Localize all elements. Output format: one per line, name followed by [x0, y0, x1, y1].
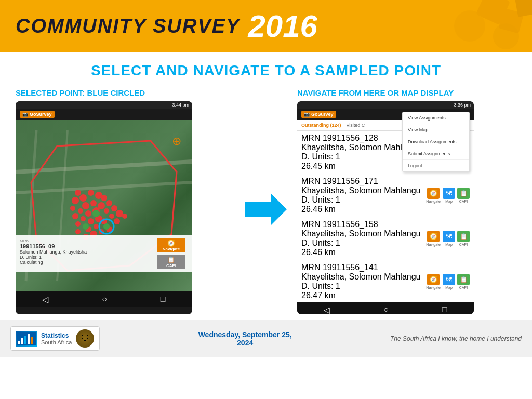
- svg-rect-53: [24, 336, 26, 344]
- home-icon-right[interactable]: ○: [383, 305, 389, 314]
- recent-icon-right[interactable]: □: [442, 305, 447, 314]
- gosurvey-logo-right: 📷 GoSurvey: [301, 111, 336, 118]
- navigate-icon-3: 🧭: [427, 274, 440, 285]
- units-2: D. Units: 1: [301, 238, 426, 248]
- action-capi-3[interactable]: 📋 CAPI: [457, 274, 470, 289]
- right-col-label: NAVIGATE FROM HERE OR MAP DISPLAY: [297, 88, 516, 97]
- left-nav-bar: ◁ ○ □: [16, 291, 192, 307]
- list-item-2: MRN 19911556_158 Khayelitsha, Solomon Ma…: [297, 217, 474, 260]
- svg-point-46: [83, 223, 89, 230]
- mrn-value-left: 19911556_09: [20, 243, 87, 249]
- action-map-2[interactable]: 🗺 Map: [443, 231, 455, 246]
- left-status-bar: 3:44 pm: [16, 101, 192, 109]
- stats-sa-logo: [16, 331, 37, 347]
- svg-point-40: [72, 213, 78, 219]
- svg-point-15: [82, 202, 89, 209]
- navigate-button-left[interactable]: 🧭 Navigate: [157, 238, 185, 252]
- units-1: D. Units: 1: [301, 195, 426, 205]
- mrn-label-2: MRN: [301, 220, 320, 229]
- navigate-action-label-3: Navigate: [426, 286, 441, 289]
- svg-point-31: [75, 221, 81, 227]
- map-icon-2: 🗺: [443, 231, 455, 242]
- svg-text:⊕: ⊕: [172, 135, 181, 148]
- header: COMMUNITY SURVEY 2016: [0, 0, 532, 52]
- svg-point-19: [78, 208, 83, 214]
- svg-point-39: [75, 229, 81, 234]
- home-icon[interactable]: ○: [102, 295, 107, 304]
- svg-point-34: [122, 214, 127, 219]
- menu-view-assignments[interactable]: View Assignments: [403, 112, 469, 124]
- recent-icon[interactable]: □: [161, 295, 166, 304]
- logo-graphic: [16, 331, 37, 347]
- action-navigate-1[interactable]: 🧭 Navigate: [426, 188, 441, 203]
- menu-view-map[interactable]: View Map: [403, 124, 469, 136]
- map-icon-1: 🗺: [443, 188, 455, 199]
- action-capi-2[interactable]: 📋 CAPI: [457, 231, 470, 246]
- footer-tagline: The South Africa I know, the home I unde…: [390, 335, 522, 342]
- list-item-info-1: MRN 19911556_171 Khayelitsha, Solomon Ma…: [301, 177, 426, 214]
- right-status-bar: 3:36 pm: [297, 101, 474, 109]
- left-map-area: ⊕ MRN 19911556_09 Solomon Mahlangu, Khay…: [16, 120, 192, 291]
- mrn-val-1: 19911556_171: [323, 177, 378, 185]
- tab-visited[interactable]: Visited C: [347, 123, 365, 128]
- map-action-label-1: Map: [445, 200, 453, 203]
- list-item-actions-3: 🧭 Navigate 🗺 Map 📋 CAPI: [426, 274, 470, 289]
- action-buttons-left: 🧭 Navigate 📋 CAPI: [157, 238, 185, 269]
- svg-point-23: [111, 205, 117, 211]
- action-capi-1[interactable]: 📋 CAPI: [457, 188, 470, 203]
- navigate-action-label-1: Navigate: [426, 200, 441, 203]
- capi-action-label-3: CAPI: [459, 286, 468, 289]
- svg-point-24: [109, 214, 114, 219]
- units-left: D. Units: 1: [20, 255, 87, 260]
- action-map-3[interactable]: 🗺 Map: [443, 274, 455, 289]
- navigate-icon-left: 🧭: [167, 240, 175, 247]
- footer: Statistics South Africa 🛡 Wednesday, Sep…: [0, 320, 532, 357]
- svg-line-7: [16, 182, 192, 193]
- left-time: 3:44 pm: [172, 102, 189, 108]
- stats-line1: Statistics: [41, 332, 72, 339]
- svg-point-26: [88, 218, 94, 224]
- list-item-1: MRN 19911556_171 Khayelitsha, Solomon Ma…: [297, 174, 474, 217]
- footer-date-line1: Wednesday, September 25,: [100, 330, 390, 339]
- action-map-1[interactable]: 🗺 Map: [443, 188, 455, 203]
- header-title: COMMUNITY SURVEY: [16, 15, 240, 37]
- list-item-info-2: MRN 19911556_158 Khayelitsha, Solomon Ma…: [301, 220, 426, 257]
- svg-point-3: [454, 10, 485, 42]
- mrn-label-1: MRN: [301, 177, 320, 185]
- stats-sa-text: Statistics South Africa: [41, 332, 72, 345]
- left-phone-mockup: 3:44 pm 📷 GoSurvey: [16, 101, 192, 314]
- km-3: 26.47 km: [301, 291, 426, 300]
- action-navigate-2[interactable]: 🧭 Navigate: [426, 231, 441, 246]
- back-icon-right[interactable]: ◁: [324, 305, 330, 315]
- header-year: 2016: [248, 8, 317, 44]
- capi-icon-left: 📋: [167, 256, 175, 263]
- navigate-label-left: Navigate: [163, 247, 180, 251]
- gosurvey-label: GoSurvey: [30, 112, 52, 117]
- back-icon[interactable]: ◁: [42, 295, 48, 304]
- capi-icon-2: 📋: [457, 231, 470, 242]
- menu-download-assignments[interactable]: Download Assignments: [403, 136, 469, 148]
- action-navigate-3[interactable]: 🧭 Navigate: [426, 274, 441, 289]
- svg-point-12: [88, 190, 94, 196]
- footer-date-line2: 2024: [100, 339, 390, 347]
- navigate-icon-2: 🧭: [427, 231, 440, 242]
- mrn-label-0: MRN: [301, 134, 320, 142]
- content-columns: SELECTED POINT: BLUE CIRCLED 3:44 pm 📷 G…: [16, 88, 516, 314]
- capi-button-left[interactable]: 📋 CAPI: [157, 255, 185, 269]
- svg-point-16: [101, 195, 107, 201]
- point-info: MRN 19911556_09 Solomon Mahlangu, Khayel…: [20, 238, 87, 269]
- navigate-action-label-2: Navigate: [426, 243, 441, 246]
- bottom-info-panel: MRN 19911556_09 Solomon Mahlangu, Khayel…: [16, 235, 192, 272]
- loc-1: Khayelitsha, Solomon Mahlangu: [301, 186, 426, 195]
- list-item-actions-2: 🧭 Navigate 🗺 Map 📋 CAPI: [426, 231, 470, 246]
- footer-logo: Statistics South Africa 🛡: [10, 326, 100, 351]
- menu-submit-assignments[interactable]: Submit Assignments: [403, 148, 469, 160]
- location-left: Solomon Mahlangu, Khayelitsha: [20, 249, 87, 255]
- tab-outstanding[interactable]: Outstanding (124): [301, 123, 341, 128]
- km-2: 26.46 km: [301, 248, 426, 257]
- menu-logout[interactable]: Logout: [403, 160, 469, 171]
- logo-svg: [17, 332, 36, 345]
- svg-point-29: [94, 224, 99, 229]
- mrn-label-3: MRN: [301, 263, 320, 272]
- main-content: SELECT AND NAVIGATE TO A SAMPLED POINT S…: [0, 52, 532, 314]
